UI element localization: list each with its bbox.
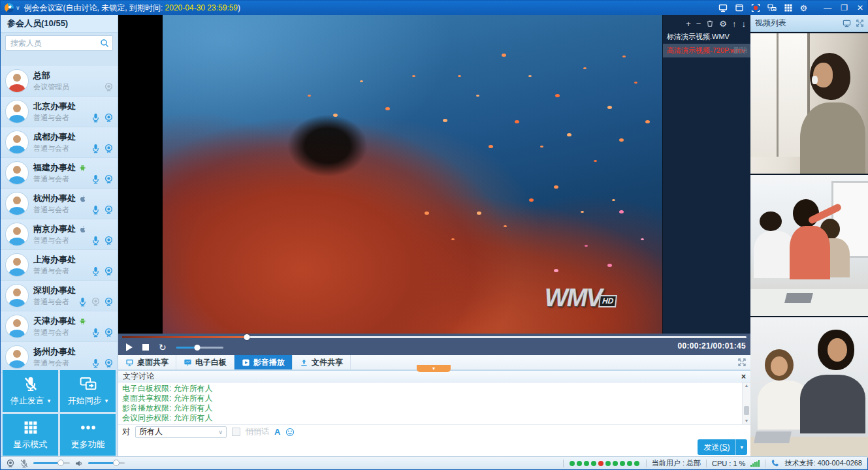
- network-icon[interactable]: [767, 3, 777, 12]
- participant-row[interactable]: 杭州办事处 普通与会者: [1, 189, 118, 219]
- playing-video[interactable]: WMV HD: [163, 15, 662, 334]
- send-options-arrow[interactable]: ▾: [736, 444, 747, 450]
- display-mode-button[interactable]: 显示模式: [3, 414, 58, 456]
- mic-icon[interactable]: [91, 358, 101, 368]
- camera-icon[interactable]: [104, 266, 114, 276]
- participant-row[interactable]: 北京办事处 普通与会者: [1, 97, 118, 127]
- search-input[interactable]: [9, 38, 100, 48]
- camera-icon[interactable]: [104, 174, 114, 184]
- speaker-icon[interactable]: [74, 459, 84, 468]
- speaker-volume-slider[interactable]: [88, 462, 125, 464]
- player-progress-handle[interactable]: [244, 334, 250, 340]
- settings-gear-icon[interactable]: ⚙: [800, 4, 808, 12]
- scroll-up-icon[interactable]: ▲: [743, 383, 750, 389]
- camera-icon[interactable]: [104, 205, 114, 215]
- camera-icon[interactable]: [91, 297, 101, 307]
- mic-icon[interactable]: [91, 144, 101, 153]
- chat-close-icon[interactable]: ×: [741, 373, 746, 381]
- playlist-item[interactable]: 标清演示视频.WMV: [663, 30, 750, 44]
- camera-icon[interactable]: [104, 144, 114, 153]
- video-thumbnail[interactable]: [750, 317, 868, 458]
- playlist-delete-icon[interactable]: [706, 20, 714, 27]
- player-progress-bar[interactable]: [122, 336, 747, 338]
- participant-name: 南京办事处: [33, 223, 76, 235]
- app-menu-chevron-icon[interactable]: ∨: [16, 5, 20, 11]
- chevron-down-icon[interactable]: ▾: [105, 398, 108, 404]
- mic-volume-slider[interactable]: [33, 462, 70, 464]
- mic-icon[interactable]: [91, 328, 101, 337]
- participant-row[interactable]: 成都办事处 普通与会者: [1, 127, 118, 158]
- app-logo-icon[interactable]: [5, 3, 14, 12]
- close-button[interactable]: ✕: [857, 4, 863, 12]
- player-volume-handle[interactable]: [195, 345, 201, 351]
- camera-icon[interactable]: [104, 236, 114, 245]
- mic-volume-handle[interactable]: [57, 460, 64, 466]
- camera-icon[interactable]: [104, 328, 114, 337]
- chevron-down-icon[interactable]: ▾: [48, 398, 51, 404]
- speaker-volume-handle[interactable]: [113, 460, 120, 466]
- camera-toggle-icon[interactable]: [6, 459, 15, 468]
- chat-collapse-handle[interactable]: ▾: [417, 365, 451, 372]
- chat-input[interactable]: [118, 439, 750, 458]
- stop-speaking-button[interactable]: 停止发言▾: [3, 370, 58, 412]
- speaker-volume-fill: [88, 462, 116, 464]
- participant-row[interactable]: 深圳办事处 普通与会者: [1, 281, 118, 311]
- tab-label: 电子白板: [195, 357, 227, 368]
- video-mode-icon[interactable]: [843, 19, 851, 27]
- playlist-move-up-button[interactable]: ↑: [732, 20, 737, 28]
- video-thumbnail[interactable]: [750, 175, 868, 315]
- play-button[interactable]: [126, 343, 133, 351]
- window-share-icon[interactable]: [735, 3, 744, 12]
- chat-scrollbar[interactable]: ▲ ▼: [742, 383, 750, 424]
- tab-media-playback[interactable]: 影音播放: [234, 355, 293, 369]
- more-functions-button[interactable]: 更多功能: [60, 414, 116, 456]
- display-mode-icon[interactable]: [784, 3, 793, 12]
- mic-icon[interactable]: [91, 174, 101, 184]
- video-thumbnail[interactable]: [750, 33, 868, 174]
- tab-file-share[interactable]: 文件共享: [293, 355, 351, 369]
- participant-row[interactable]: 上海办事处 普通与会者: [1, 250, 118, 281]
- search-icon[interactable]: [100, 39, 109, 48]
- camera-icon[interactable]: [104, 358, 114, 368]
- participant-row[interactable]: 南京办事处 普通与会者: [1, 219, 118, 250]
- maximize-button[interactable]: ❐: [841, 4, 848, 12]
- mic-icon[interactable]: [78, 297, 88, 307]
- participant-row[interactable]: 扬州办事处 普通与会者: [1, 342, 118, 373]
- scrollbar-thumb[interactable]: [744, 406, 749, 415]
- camera-icon[interactable]: [104, 82, 114, 92]
- minimize-button[interactable]: —: [824, 4, 831, 12]
- start-sync-button[interactable]: 开始同步▾: [60, 370, 116, 412]
- recipient-dropdown[interactable]: 所有人 ∨: [135, 426, 227, 438]
- mic-icon[interactable]: [91, 205, 101, 215]
- expand-icon[interactable]: [856, 19, 864, 27]
- participant-row[interactable]: 福建办事处 普通与会者: [1, 158, 118, 189]
- stop-button[interactable]: [142, 344, 149, 351]
- camera-icon[interactable]: [104, 297, 114, 307]
- emoji-icon[interactable]: [285, 428, 295, 437]
- playlist-remove-button[interactable]: −: [696, 20, 701, 28]
- tab-whiteboard[interactable]: 电子白板: [176, 355, 234, 369]
- participant-row[interactable]: 总部 会议管理员: [1, 66, 118, 97]
- playlist-settings-icon[interactable]: ⚙: [719, 20, 727, 28]
- player-volume-slider[interactable]: [176, 347, 223, 349]
- mic-icon[interactable]: [91, 266, 101, 276]
- monitor-icon[interactable]: [718, 3, 728, 12]
- send-button[interactable]: 发送(S) ▾: [698, 439, 747, 455]
- replay-icon[interactable]: ↻: [159, 343, 167, 352]
- playlist-item-selected[interactable]: 高清演示视频-720P.wmv 删除: [663, 44, 750, 57]
- fullscreen-icon[interactable]: [737, 358, 747, 367]
- scroll-down-icon[interactable]: ▼: [743, 418, 750, 424]
- mic-muted-icon[interactable]: [20, 459, 29, 468]
- participant-search: [5, 35, 113, 51]
- mic-icon[interactable]: [91, 236, 101, 245]
- playlist-move-down-button[interactable]: ↓: [742, 20, 747, 28]
- playlist-item-delete-link[interactable]: 删除: [733, 46, 748, 55]
- tab-desktop-share[interactable]: 桌面共享: [118, 355, 176, 369]
- whisper-checkbox[interactable]: [232, 428, 240, 436]
- camera-icon[interactable]: [104, 113, 114, 123]
- participant-row[interactable]: 天津办事处 普通与会者: [1, 311, 118, 342]
- record-icon[interactable]: [751, 3, 760, 12]
- mic-icon[interactable]: [91, 113, 101, 123]
- font-style-button[interactable]: A: [274, 427, 280, 437]
- playlist-add-button[interactable]: +: [686, 20, 691, 28]
